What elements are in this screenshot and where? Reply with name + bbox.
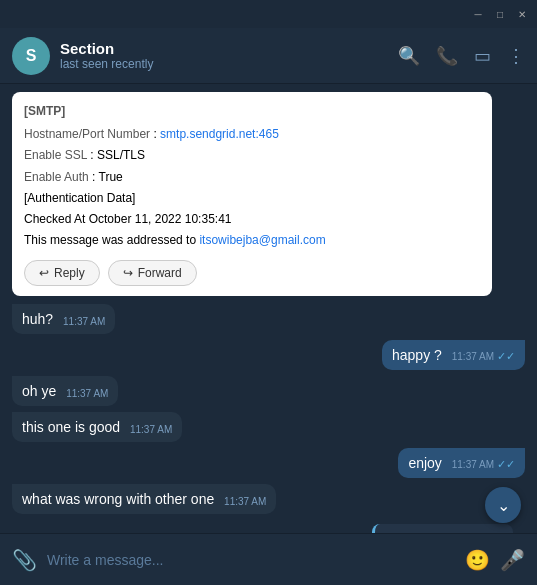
auth-data-row: [Authentication Data] <box>24 189 480 208</box>
forward-button[interactable]: ↪ Forward <box>108 260 197 286</box>
layout-icon[interactable]: ▭ <box>474 45 491 67</box>
message-1: huh? 11:37 AM <box>12 304 115 334</box>
message-5: enjoy 11:37 AM ✓✓ <box>398 448 525 478</box>
ssl-label: Enable SSL <box>24 148 87 162</box>
avatar: S <box>12 37 50 75</box>
input-bar: 📎 🙂 🎤 <box>0 533 537 585</box>
message-text: huh? <box>22 311 53 327</box>
maximize-button[interactable]: □ <box>493 7 507 21</box>
auth-label: Enable Auth <box>24 170 89 184</box>
reply-icon: ↩ <box>39 266 49 280</box>
search-icon[interactable]: 🔍 <box>398 45 420 67</box>
message-meta: 11:37 AM <box>66 388 108 399</box>
hostname-link[interactable]: smtp.sendgrid.net:465 <box>160 127 279 141</box>
message-6: what was wrong with other one 11:37 AM <box>12 484 276 514</box>
read-receipt-icon: ✓✓ <box>497 350 515 363</box>
more-icon[interactable]: ⋮ <box>507 45 525 67</box>
chat-name: Section <box>60 40 398 57</box>
forward-icon: ↪ <box>123 266 133 280</box>
read-receipt-icon: ✓✓ <box>497 458 515 471</box>
message-3: oh ye 11:37 AM <box>12 376 118 406</box>
message-meta: 11:37 AM ✓✓ <box>452 350 515 363</box>
microphone-icon[interactable]: 🎤 <box>500 548 525 572</box>
message-input[interactable] <box>47 552 455 568</box>
message-2: happy ? 11:37 AM ✓✓ <box>382 340 525 370</box>
smtp-label: [SMTP] <box>24 102 480 121</box>
titlebar: ─ □ ✕ <box>0 0 537 28</box>
reply-popup: Section what was wrong with ot <box>372 524 513 533</box>
email-link[interactable]: itsowibejba@gmail.com <box>199 233 325 247</box>
hostname-row: Hostname/Port Number : smtp.sendgrid.net… <box>24 125 480 144</box>
header-actions: 🔍 📞 ▭ ⋮ <box>398 45 525 67</box>
card-actions: ↩ Reply ↪ Forward <box>24 260 480 286</box>
chat-header: S Section last seen recently 🔍 📞 ▭ ⋮ <box>0 28 537 84</box>
auth-row: Enable Auth : True <box>24 168 480 187</box>
attachment-icon[interactable]: 📎 <box>12 548 37 572</box>
message-meta: 11:37 AM ✓✓ <box>452 458 515 471</box>
message-meta: 11:37 AM <box>63 316 105 327</box>
scroll-to-bottom-button[interactable]: ⌄ <box>485 487 521 523</box>
smtp-card: [SMTP] Hostname/Port Number : smtp.sendg… <box>12 92 492 296</box>
addressed-row: This message was addressed to itsowibejb… <box>24 231 480 250</box>
ssl-row: Enable SSL : SSL/TLS <box>24 146 480 165</box>
header-info: Section last seen recently <box>60 40 398 71</box>
message-text: what was wrong with other one <box>22 491 214 507</box>
message-meta: 11:37 AM <box>130 424 172 435</box>
chat-status: last seen recently <box>60 57 398 71</box>
hostname-label: Hostname/Port Number <box>24 127 150 141</box>
message-text: enjoy <box>408 455 441 471</box>
checked-row: Checked At October 11, 2022 10:35:41 <box>24 210 480 229</box>
reply-sender: Section <box>387 532 501 533</box>
emoji-icon[interactable]: 🙂 <box>465 548 490 572</box>
chat-area: [SMTP] Hostname/Port Number : smtp.sendg… <box>0 84 537 533</box>
minimize-button[interactable]: ─ <box>471 7 485 21</box>
reply-button[interactable]: ↩ Reply <box>24 260 100 286</box>
message-4: this one is good 11:37 AM <box>12 412 182 442</box>
phone-icon[interactable]: 📞 <box>436 45 458 67</box>
message-text: oh ye <box>22 383 56 399</box>
close-button[interactable]: ✕ <box>515 7 529 21</box>
message-text: this one is good <box>22 419 120 435</box>
message-meta: 11:37 AM <box>224 496 266 507</box>
message-text: happy ? <box>392 347 442 363</box>
